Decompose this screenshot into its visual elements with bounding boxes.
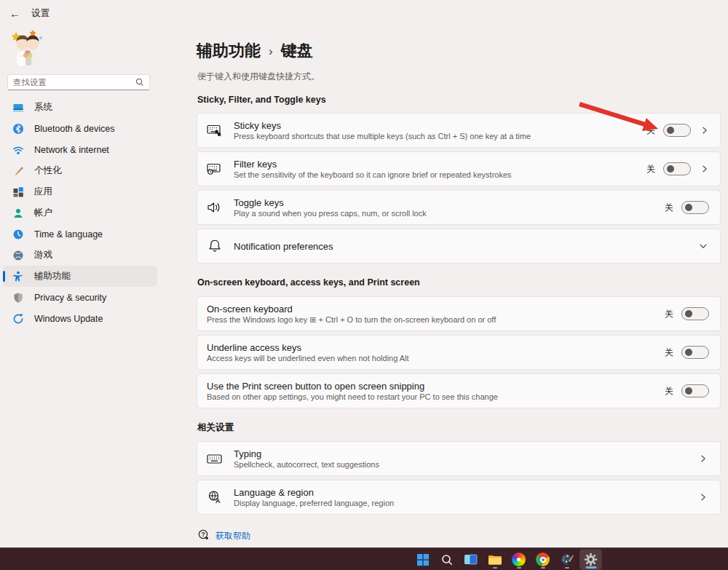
page-subtitle: 便于键入和使用键盘快捷方式。 — [197, 71, 320, 83]
avatar[interactable] — [9, 28, 47, 67]
print-screen-toggle[interactable] — [681, 384, 709, 397]
setting-description: Play a sound when you press caps, num, o… — [234, 209, 665, 218]
sidebar-item-label: 游戏 — [34, 249, 52, 261]
paint-app-button[interactable] — [556, 550, 577, 569]
onscreen-keyboard-toggle[interactable] — [681, 307, 709, 320]
person-icon — [12, 207, 24, 219]
bell-icon — [207, 239, 223, 253]
chevron-right-icon — [699, 493, 708, 502]
setting-title: Notification preferences — [234, 241, 699, 252]
sidebar-item-privacy[interactable]: Privacy & security — [3, 287, 157, 308]
system-icon — [12, 102, 24, 114]
chevron-right-icon — [700, 126, 709, 135]
active-running-indicator — [585, 566, 596, 569]
breadcrumb: 辅助功能 › 键盘 — [197, 40, 313, 62]
filter-keys-icon — [207, 162, 223, 175]
setting-title: Use the Print screen button to open scre… — [207, 381, 665, 392]
task-view-icon — [464, 553, 478, 566]
sidebar-item-label: 应用 — [34, 186, 52, 198]
chevron-right-icon — [699, 454, 708, 463]
setting-description: Spellcheck, autocorrect, text suggestion… — [234, 460, 699, 469]
toggle-state-label: 关 — [665, 347, 673, 359]
settings-taskbar-button[interactable] — [580, 550, 601, 569]
toggle-state-label: 关 — [646, 163, 655, 175]
section-header-onscreen-keyboard: On-screen keyboard, access keys, and Pri… — [197, 277, 420, 288]
chrome-button[interactable] — [532, 550, 553, 569]
get-help[interactable]: ? 获取帮助 — [198, 529, 250, 543]
running-indicator — [565, 567, 569, 569]
sidebar-item-label: 帐户 — [34, 207, 52, 219]
setting-row-underline-access-keys[interactable]: Underline access keys Access keys will b… — [197, 335, 721, 370]
running-indicator — [541, 567, 545, 569]
setting-description: Press the Windows logo key ⊞ + Ctrl + O … — [207, 315, 665, 325]
setting-title: Filter keys — [234, 159, 646, 170]
sticky-keys-toggle[interactable] — [663, 124, 691, 137]
filter-keys-toggle[interactable] — [663, 162, 691, 175]
sidebar-item-label: Windows Update — [34, 314, 103, 324]
start-button[interactable] — [412, 550, 433, 569]
sidebar-item-apps[interactable]: 应用 — [3, 181, 157, 202]
sidebar-item-label: Bluetooth & devices — [34, 124, 115, 134]
clock-icon — [12, 229, 24, 240]
language-region-icon: A — [207, 490, 223, 504]
toggle-knob — [685, 387, 692, 395]
settings-group-2: On-screen keyboard Press the Windows log… — [197, 296, 721, 408]
setting-row-language-region[interactable]: A Language & region Display language, pr… — [197, 480, 721, 515]
bluetooth-icon — [12, 123, 24, 135]
back-arrow-icon[interactable]: ← — [9, 7, 20, 20]
settings-group-1: Sticky keys Press keyboard shortcuts tha… — [197, 113, 721, 264]
sidebar-item-accounts[interactable]: 帐户 — [3, 202, 157, 223]
toggle-state-label: 关 — [665, 202, 673, 214]
setting-title: On-screen keyboard — [207, 304, 665, 314]
setting-row-print-screen-snipping[interactable]: Use the Print screen button to open scre… — [197, 373, 721, 408]
chrome-icon — [536, 553, 550, 566]
file-explorer-button[interactable] — [484, 550, 505, 569]
file-explorer-icon — [488, 553, 502, 566]
get-help-link[interactable]: 获取帮助 — [215, 530, 250, 542]
taskbar — [0, 547, 728, 570]
toggle-state-label: 关 — [665, 308, 673, 320]
svg-text:?: ? — [202, 531, 205, 538]
color-wheel-app-button[interactable] — [508, 550, 529, 569]
sidebar-item-personalization[interactable]: 个性化 — [3, 160, 157, 181]
wifi-icon — [12, 144, 24, 156]
xbox-icon — [12, 250, 24, 261]
search-icon — [135, 78, 144, 87]
sidebar: 系统 Bluetooth & devices Network & interne… — [3, 97, 157, 329]
setting-row-toggle-keys[interactable]: Toggle keys Play a sound when you press … — [197, 190, 721, 225]
setting-row-filter-keys[interactable]: Filter keys Set the sensitivity of the k… — [197, 151, 721, 186]
sidebar-item-gaming[interactable]: 游戏 — [3, 245, 157, 266]
sidebar-item-label: 系统 — [34, 101, 52, 114]
breadcrumb-parent[interactable]: 辅助功能 — [197, 40, 261, 62]
windows-logo-icon — [416, 553, 430, 566]
setting-description: Access keys will be underlined even when… — [207, 354, 665, 363]
app-title: 设置 — [31, 7, 50, 20]
setting-row-notification-preferences[interactable]: Notification preferences — [197, 229, 721, 264]
setting-description: Set the sensitivity of the keyboard so i… — [234, 170, 646, 179]
toggle-state-label: 关 — [646, 124, 655, 137]
sidebar-item-time-language[interactable]: Time & language — [3, 223, 157, 245]
sidebar-item-system[interactable]: 系统 — [3, 97, 157, 118]
search-input[interactable] — [8, 78, 135, 87]
underline-access-keys-toggle[interactable] — [681, 346, 709, 359]
setting-row-onscreen-keyboard[interactable]: On-screen keyboard Press the Windows log… — [197, 296, 721, 331]
sticky-keys-icon — [207, 124, 223, 137]
chevron-down-icon — [699, 242, 708, 250]
sidebar-item-network[interactable]: Network & internet — [3, 139, 157, 160]
search-box[interactable] — [7, 74, 150, 90]
setting-row-sticky-keys[interactable]: Sticky keys Press keyboard shortcuts tha… — [197, 113, 721, 148]
color-wheel-app-icon — [512, 553, 526, 566]
settings-group-3: Typing Spellcheck, autocorrect, text sug… — [197, 441, 721, 515]
settings-gear-icon — [584, 553, 598, 566]
sidebar-item-bluetooth[interactable]: Bluetooth & devices — [3, 118, 157, 139]
task-view-button[interactable] — [460, 550, 481, 569]
apps-icon — [12, 186, 24, 198]
sidebar-item-accessibility[interactable]: 辅助功能 — [3, 266, 157, 287]
toggle-keys-toggle[interactable] — [681, 201, 709, 214]
setting-title: Sticky keys — [234, 120, 646, 131]
setting-row-typing[interactable]: Typing Spellcheck, autocorrect, text sug… — [197, 441, 721, 476]
search-taskbar-button[interactable] — [436, 550, 457, 569]
search-icon — [440, 553, 454, 566]
sidebar-item-windows-update[interactable]: Windows Update — [3, 308, 157, 329]
selection-indicator — [3, 271, 5, 282]
